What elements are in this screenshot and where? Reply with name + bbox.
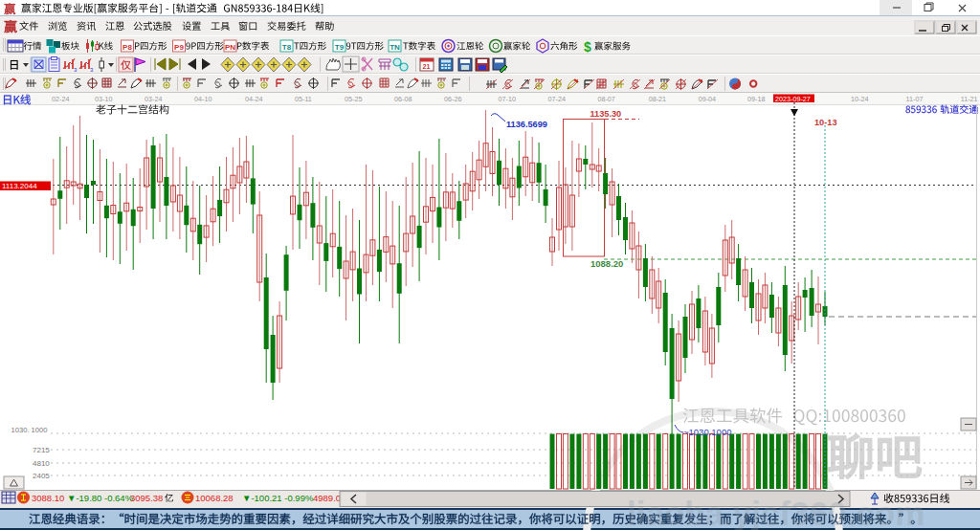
- svg-text:2405: 2405: [33, 472, 50, 480]
- svg-text:$: $: [584, 39, 591, 55]
- svg-text:liaoba.yjcf360.com: liaoba.yjcf360.com: [627, 495, 924, 530]
- svg-text:03-10: 03-10: [95, 95, 112, 103]
- svg-text:06-26: 06-26: [444, 95, 461, 103]
- svg-text:T8: T8: [282, 43, 292, 52]
- svg-text:3095.38: 3095.38: [130, 493, 163, 503]
- svg-text:10068.28: 10068.28: [195, 493, 234, 503]
- svg-text:07-10: 07-10: [499, 95, 516, 103]
- svg-text:T9: T9: [335, 43, 345, 52]
- svg-text:10-13: 10-13: [814, 118, 837, 127]
- svg-text:07-24: 07-24: [548, 95, 566, 103]
- svg-text:09-18: 09-18: [747, 95, 765, 103]
- svg-text:09-04: 09-04: [699, 95, 716, 103]
- svg-text:4810: 4810: [33, 459, 50, 468]
- svg-text:P8: P8: [122, 43, 132, 52]
- svg-text:4989.0: 4989.0: [313, 493, 341, 503]
- svg-text:1088.20: 1088.20: [590, 258, 623, 269]
- svg-text:1113.2044: 1113.2044: [2, 182, 37, 190]
- svg-text:▼-100.21 -0.99%: ▼-100.21 -0.99%: [242, 493, 314, 503]
- svg-text:04-24: 04-24: [245, 95, 262, 103]
- svg-text:TN: TN: [390, 43, 400, 52]
- svg-text:7215: 7215: [33, 446, 50, 454]
- svg-text:21: 21: [423, 63, 431, 70]
- svg-text:P9: P9: [174, 43, 184, 52]
- svg-text:02-24: 02-24: [52, 95, 69, 103]
- svg-text:04-10: 04-10: [194, 95, 212, 103]
- svg-text:3088.10: 3088.10: [32, 493, 64, 503]
- svg-text:PN: PN: [225, 43, 235, 52]
- svg-text:11-21: 11-21: [961, 95, 978, 103]
- svg-text:1136.5699: 1136.5699: [506, 120, 547, 129]
- svg-text:▼-19.80 -0.64%: ▼-19.80 -0.64%: [67, 493, 134, 503]
- svg-text:06-08: 06-08: [394, 95, 412, 103]
- svg-text:~1030.1000: ~1030.1000: [683, 427, 731, 437]
- svg-text:10-24: 10-24: [851, 95, 868, 103]
- svg-text:05-11: 05-11: [295, 95, 312, 103]
- svg-text:05-25: 05-25: [345, 95, 362, 103]
- svg-text:08-07: 08-07: [597, 95, 614, 103]
- svg-text:11-07: 11-07: [906, 95, 924, 103]
- svg-text:03-24: 03-24: [145, 95, 162, 103]
- svg-text:1135.30: 1135.30: [590, 109, 622, 119]
- svg-text:2023-09-27: 2023-09-27: [775, 95, 811, 103]
- svg-text:3: 3: [74, 67, 78, 73]
- svg-text:08-21: 08-21: [649, 95, 666, 103]
- svg-text:3: 3: [90, 67, 94, 73]
- svg-text:1030. 1000: 1030. 1000: [11, 426, 48, 434]
